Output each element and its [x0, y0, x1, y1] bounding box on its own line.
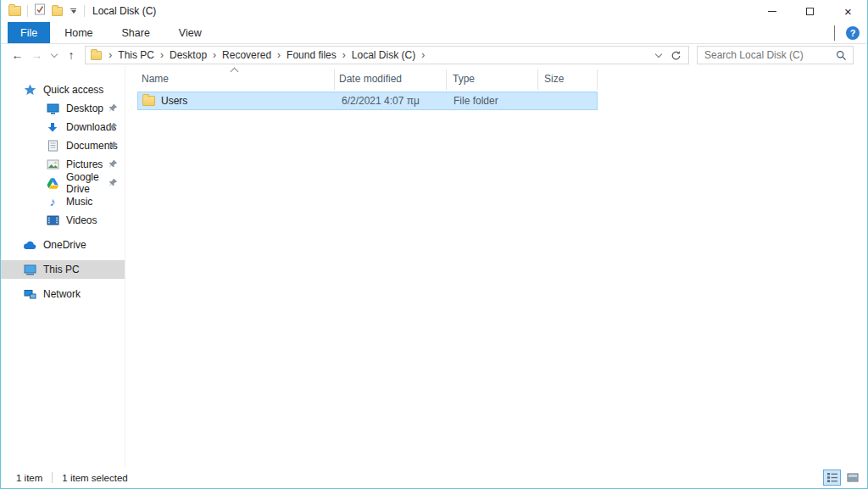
search-box: [697, 46, 854, 64]
location-folder-icon: [91, 51, 102, 60]
selection-count: 1 item selected: [62, 473, 127, 483]
details-view-button[interactable]: [823, 470, 841, 486]
window-controls: ×: [753, 0, 867, 22]
tab-view[interactable]: View: [164, 22, 216, 43]
breadcrumb-this-pc[interactable]: This PC: [116, 49, 156, 61]
pin-icon: [108, 103, 118, 115]
column-header-date-modified[interactable]: Date modified: [335, 69, 447, 90]
address-bar-row: ← → ↑ › This PC › Desktop › Recovered › …: [1, 44, 867, 66]
maximize-icon: [806, 8, 814, 15]
pin-icon: [108, 122, 118, 134]
search-icon[interactable]: [836, 50, 847, 61]
breadcrumb-separator: ›: [104, 49, 116, 61]
title-bar: Local Disk (C) ×: [1, 0, 867, 22]
thumbnail-view-button[interactable]: [843, 470, 861, 486]
sidebar-item-quick-access[interactable]: Quick access: [1, 81, 125, 99]
sidebar-item-label: OneDrive: [43, 239, 86, 251]
desktop-icon: [46, 103, 59, 114]
breadcrumb-recovered[interactable]: Recovered: [220, 49, 273, 61]
network-icon: [23, 289, 36, 299]
details-view-icon: [826, 472, 838, 483]
breadcrumb-local-disk-c[interactable]: Local Disk (C): [350, 49, 417, 61]
column-header-type[interactable]: Type: [447, 69, 538, 90]
file-type: File folder: [451, 95, 542, 107]
toolbar-divider: [27, 5, 28, 17]
onedrive-cloud-icon: [23, 241, 36, 250]
back-button[interactable]: ←: [8, 48, 27, 62]
minimize-icon: [768, 11, 776, 12]
main-area: Quick access Desktop Downloads Documents…: [1, 66, 867, 467]
breadcrumb-separator: ›: [156, 49, 168, 61]
pictures-icon: [46, 159, 59, 169]
folder-icon: [142, 96, 155, 106]
this-pc-icon: [23, 264, 36, 275]
expand-ribbon-icon[interactable]: [834, 25, 835, 41]
status-divider: [52, 472, 53, 483]
explorer-app-icon: [8, 6, 21, 16]
close-button[interactable]: ×: [829, 0, 867, 22]
sidebar-item-this-pc[interactable]: This PC: [1, 260, 125, 279]
pin-icon: [108, 159, 118, 171]
tab-file[interactable]: File: [8, 22, 50, 43]
videos-icon: [46, 215, 59, 225]
view-toggle-buttons: [823, 470, 861, 486]
column-header-size[interactable]: Size: [538, 69, 598, 90]
music-icon: ♪: [46, 196, 59, 208]
tab-share[interactable]: Share: [108, 22, 164, 43]
pin-icon: [108, 141, 118, 153]
file-date-modified: 6/2/2021 4:07 πμ: [339, 95, 451, 107]
sidebar-item-label: Videos: [66, 214, 97, 226]
sidebar-item-onedrive[interactable]: OneDrive: [1, 236, 125, 254]
breadcrumb-separator: ›: [338, 49, 350, 61]
downloads-icon: [46, 122, 59, 133]
maximize-button[interactable]: [791, 0, 829, 22]
sidebar-item-documents[interactable]: Documents: [1, 136, 125, 155]
item-count: 1 item: [16, 473, 42, 483]
breadcrumb-separator: ›: [273, 49, 285, 61]
search-input[interactable]: [698, 49, 836, 61]
explorer-window: Local Disk (C) × File Home Share View ? …: [0, 0, 868, 489]
address-bar[interactable]: › This PC › Desktop › Recovered › Found …: [85, 46, 689, 64]
recent-locations-icon[interactable]: [47, 54, 62, 57]
sidebar-item-label: Network: [43, 288, 81, 300]
sidebar-item-label: Quick access: [43, 84, 103, 96]
documents-icon: [46, 140, 59, 152]
forward-button[interactable]: →: [27, 48, 47, 62]
file-row-users-selected[interactable]: Users 6/2/2021 4:07 πμ File folder: [137, 92, 598, 110]
help-icon[interactable]: ?: [846, 26, 860, 40]
sidebar-item-label: Music: [66, 196, 92, 208]
sidebar-item-network[interactable]: Network: [1, 285, 125, 303]
minimize-button[interactable]: [753, 0, 791, 22]
sidebar-item-videos[interactable]: Videos: [1, 211, 125, 230]
breadcrumb-found-files[interactable]: Found files: [285, 49, 338, 61]
pin-icon: [108, 178, 118, 190]
address-dropdown-icon[interactable]: [650, 54, 667, 57]
navigation-pane: Quick access Desktop Downloads Documents…: [1, 66, 125, 467]
breadcrumb-separator: ›: [209, 49, 220, 61]
tab-home[interactable]: Home: [50, 22, 107, 43]
ribbon-tabs: File Home Share View ?: [1, 22, 867, 44]
sidebar-item-label: Desktop: [66, 103, 103, 114]
up-button[interactable]: ↑: [62, 48, 81, 62]
file-list: Name Date modified Type Size Users 6/2/2…: [125, 66, 867, 467]
refresh-icon[interactable]: [667, 50, 688, 61]
breadcrumb-separator: ›: [417, 49, 429, 61]
sidebar-item-downloads[interactable]: Downloads: [1, 118, 125, 136]
status-bar: 1 item 1 item selected: [1, 467, 867, 488]
customize-toolbar-icon[interactable]: [69, 7, 78, 15]
quick-access-star-icon: [23, 84, 36, 97]
properties-icon[interactable]: [34, 3, 46, 19]
sidebar-item-google-drive[interactable]: Google Drive: [1, 174, 125, 192]
breadcrumb-desktop[interactable]: Desktop: [168, 49, 209, 61]
window-title: Local Disk (C): [92, 5, 156, 17]
ribbon-right-controls: ?: [834, 22, 860, 44]
new-folder-icon[interactable]: [52, 7, 63, 16]
google-drive-icon: [46, 178, 59, 189]
quick-access-toolbar: [8, 3, 85, 19]
thumbnail-view-icon: [847, 473, 859, 482]
sidebar-item-desktop[interactable]: Desktop: [1, 99, 125, 118]
sidebar-item-music[interactable]: ♪ Music: [1, 192, 125, 211]
sidebar-item-label: This PC: [43, 264, 80, 275]
toolbar-divider: [84, 5, 85, 17]
sidebar-item-label: Pictures: [66, 158, 103, 170]
